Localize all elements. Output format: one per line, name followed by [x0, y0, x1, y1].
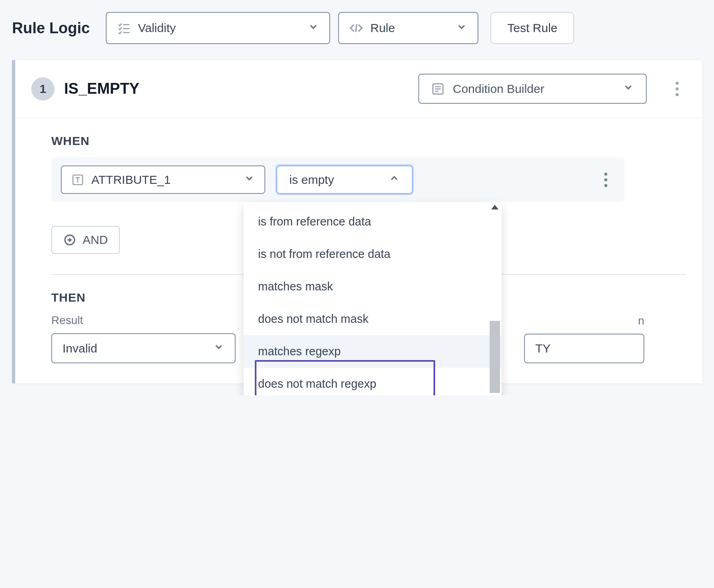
when-condition-row: ATTRIBUTE_1 is empty is from refer [51, 157, 624, 202]
and-label: AND [83, 233, 108, 247]
truncated-select-value: TY [535, 342, 551, 355]
result-select-value: Invalid [63, 342, 97, 355]
rule-header: 1 IS_EMPTY Condition Builder [15, 60, 702, 118]
chevron-down-icon [213, 341, 224, 355]
rule-name: IS_EMPTY [64, 80, 409, 97]
validity-select-label: Validity [138, 21, 301, 35]
chevron-down-icon [308, 21, 319, 35]
operator-option[interactable]: matches mask [244, 270, 502, 303]
chevron-down-icon [244, 173, 255, 187]
attribute-select[interactable]: ATTRIBUTE_1 [61, 165, 265, 194]
rule-more-menu[interactable] [668, 80, 686, 98]
result-field-label: Result [51, 314, 236, 327]
attribute-select-label: ATTRIBUTE_1 [91, 173, 236, 187]
chevron-down-icon [623, 82, 634, 96]
operator-option[interactable]: is from reference data [244, 205, 502, 238]
rule-index-badge: 1 [31, 77, 54, 101]
svg-point-13 [604, 184, 607, 187]
scroll-up-arrow-icon[interactable] [491, 205, 498, 209]
operator-option[interactable]: does not match mask [244, 303, 502, 335]
operator-select[interactable]: is empty [276, 165, 413, 194]
rule-card: 1 IS_EMPTY Condition Builder WHEN [12, 60, 702, 383]
test-rule-button[interactable]: Test Rule [490, 12, 574, 44]
truncated-select[interactable]: TY [524, 334, 644, 363]
when-label: WHEN [51, 134, 686, 148]
rule-body: WHEN ATTRIBUTE_1 is empty [15, 118, 702, 383]
operator-select-label: is empty [289, 173, 334, 187]
svg-point-8 [676, 87, 679, 91]
operator-dropdown-menu: is from reference data is not from refer… [244, 202, 502, 395]
top-toolbar: Rule Logic Validity Rule [12, 12, 702, 44]
svg-point-9 [676, 93, 679, 96]
add-and-condition-button[interactable]: AND [51, 226, 120, 254]
scroll-thumb[interactable] [490, 321, 500, 393]
result-select[interactable]: Invalid [51, 333, 236, 363]
checklist-icon [117, 21, 131, 35]
svg-point-12 [604, 178, 607, 181]
truncated-field-label: n [524, 314, 644, 327]
plus-circle-icon [63, 234, 76, 246]
rule-select[interactable]: Rule [338, 12, 478, 44]
condition-builder-select[interactable]: Condition Builder [418, 74, 647, 104]
chevron-down-icon [456, 21, 467, 35]
svg-point-7 [676, 81, 679, 85]
operator-option[interactable]: does not match regexp [244, 368, 502, 395]
svg-point-11 [604, 172, 607, 175]
validity-select[interactable]: Validity [106, 12, 330, 44]
dropdown-scrollbar[interactable] [490, 205, 500, 395]
condition-more-menu[interactable] [597, 171, 615, 189]
operator-dropdown-list[interactable]: is from reference data is not from refer… [244, 205, 502, 395]
condition-builder-label: Condition Builder [453, 82, 615, 96]
form-icon [431, 82, 445, 96]
chevron-up-icon [389, 173, 400, 187]
code-icon [349, 21, 363, 35]
page-title: Rule Logic [12, 20, 90, 37]
operator-option[interactable]: is not from reference data [244, 238, 502, 270]
text-type-icon [71, 173, 84, 186]
operator-option[interactable]: matches regexp [244, 335, 502, 368]
rule-select-label: Rule [370, 21, 449, 35]
